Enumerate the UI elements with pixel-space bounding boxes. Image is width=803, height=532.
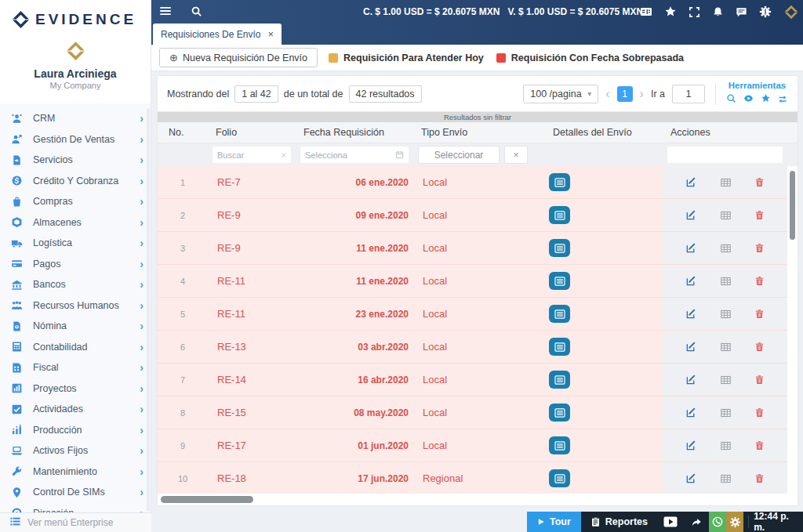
- tab-close-icon[interactable]: ×: [267, 28, 274, 40]
- shipment-details-button[interactable]: [549, 469, 570, 487]
- horizontal-scrollbar[interactable]: [158, 494, 787, 505]
- grid-detail-icon[interactable]: [720, 342, 732, 353]
- table-row[interactable]: 8 RE-15 08 may.2020 Local: [158, 396, 798, 429]
- grid-detail-icon[interactable]: [720, 243, 732, 254]
- table-row[interactable]: 3 RE-9 11 ene.2020 Local: [158, 232, 798, 265]
- sidebar-item-rrhh[interactable]: Recursos Humanos ›: [0, 295, 151, 317]
- favorites-star-icon[interactable]: [664, 5, 677, 21]
- sidebar-item-logistica[interactable]: Logística ›: [0, 233, 151, 254]
- grid-detail-icon[interactable]: [720, 309, 732, 320]
- edit-icon[interactable]: [685, 374, 697, 385]
- column-header[interactable]: Fecha Requisición: [296, 127, 413, 138]
- sidebar-item-almacenes[interactable]: Almacenes ›: [0, 212, 151, 233]
- edit-icon[interactable]: [685, 176, 697, 188]
- tipo-envio-select[interactable]: Seleccionar: [418, 146, 500, 164]
- reportes-button[interactable]: Reportes: [581, 516, 657, 527]
- settings-gear-button[interactable]: [726, 512, 743, 532]
- grid-detail-icon[interactable]: [720, 407, 732, 418]
- edit-icon[interactable]: [685, 341, 697, 353]
- video-play-icon[interactable]: [657, 516, 684, 527]
- new-requisition-button[interactable]: ⊕ Nueva Requisición De Envío: [159, 48, 318, 67]
- shipment-details-button[interactable]: [549, 338, 570, 356]
- column-header[interactable]: No.: [158, 127, 208, 138]
- sidebar-item-contabilidad[interactable]: Contabilidad ›: [0, 337, 151, 358]
- sidebar-item-sims[interactable]: Control De SIMs ›: [0, 482, 151, 503]
- folio-search-input[interactable]: ×: [213, 147, 291, 163]
- table-row[interactable]: 6 RE-13 03 abr.2020 Local: [158, 331, 798, 364]
- page-number-button[interactable]: 1: [617, 86, 633, 102]
- messages-chat-icon[interactable]: [736, 6, 747, 21]
- shipment-details-button[interactable]: [549, 436, 570, 454]
- delete-trash-icon[interactable]: [754, 242, 765, 254]
- edit-icon[interactable]: [685, 472, 697, 484]
- delete-trash-icon[interactable]: [754, 275, 765, 287]
- table-row[interactable]: 5 RE-11 23 ene.2020 Local: [158, 298, 798, 331]
- table-row[interactable]: 7 RE-14 16 abr.2020 Local: [158, 364, 798, 396]
- star-tool-icon[interactable]: [761, 92, 771, 107]
- column-header[interactable]: Acciones: [663, 127, 787, 138]
- edit-icon[interactable]: [685, 209, 697, 221]
- whatsapp-button[interactable]: [709, 512, 726, 532]
- per-page-select[interactable]: 100 /pagina ▾: [523, 85, 598, 103]
- sidebar-item-mantenimiento[interactable]: Mantenimiento ›: [0, 461, 151, 483]
- settings-badge-icon[interactable]: [759, 5, 772, 21]
- acciones-filter-input[interactable]: [667, 147, 783, 163]
- grid-detail-icon[interactable]: [720, 440, 732, 451]
- prev-page-icon[interactable]: ‹: [605, 87, 609, 101]
- delete-trash-icon[interactable]: [754, 440, 765, 451]
- evidence-gold-mark-icon[interactable]: [783, 4, 799, 23]
- horizontal-scrollbar-thumb[interactable]: [161, 496, 253, 503]
- shipment-details-button[interactable]: [549, 404, 570, 422]
- edit-icon[interactable]: [685, 275, 697, 287]
- table-row[interactable]: 2 RE-9 09 ene.2020 Local: [158, 199, 798, 232]
- table-row[interactable]: 1 RE-7 06 ene.2020 Local: [158, 166, 798, 199]
- sidebar-item-fiscal[interactable]: Fiscal ›: [0, 357, 151, 378]
- sidebar-item-produccion[interactable]: Producción ›: [0, 420, 151, 441]
- tab-requisiciones-de-envio[interactable]: Requisiciones De Envío ×: [153, 24, 282, 45]
- vertical-scrollbar[interactable]: [787, 166, 798, 505]
- delete-trash-icon[interactable]: [754, 341, 765, 353]
- sidebar-item-activos[interactable]: Activos Fijos ›: [0, 440, 151, 461]
- sidebar-item-crm[interactable]: CRM ›: [0, 108, 151, 129]
- tour-button[interactable]: Tour: [527, 512, 581, 532]
- delete-trash-icon[interactable]: [754, 308, 765, 320]
- hamburger-menu-icon[interactable]: [159, 5, 172, 17]
- shipment-details-button[interactable]: [549, 173, 570, 191]
- clear-tipo-icon[interactable]: ×: [504, 146, 528, 164]
- grid-detail-icon[interactable]: [720, 210, 732, 221]
- shipment-details-button[interactable]: [549, 305, 570, 323]
- delete-trash-icon[interactable]: [754, 472, 765, 484]
- edit-icon[interactable]: [685, 440, 697, 451]
- transfer-arrows-icon[interactable]: [777, 92, 788, 107]
- grid-detail-icon[interactable]: [720, 375, 732, 385]
- sidebar-item-ventas[interactable]: Gestión De Ventas ›: [0, 129, 151, 150]
- column-header[interactable]: Detalles del Envío: [545, 127, 663, 138]
- zoom-search-icon[interactable]: [726, 92, 736, 107]
- visibility-eye-icon[interactable]: [743, 92, 754, 107]
- next-page-icon[interactable]: ›: [640, 87, 644, 101]
- sidebar-scrollbar[interactable]: [147, 108, 150, 512]
- edit-icon[interactable]: [685, 242, 697, 254]
- edit-icon[interactable]: [685, 308, 697, 320]
- sidebar-item-pagos[interactable]: Pagos ›: [0, 254, 151, 275]
- sidebar-item-credito[interactable]: Crédito Y Cobranza ›: [0, 171, 151, 192]
- delete-trash-icon[interactable]: [754, 176, 765, 188]
- delete-trash-icon[interactable]: [754, 209, 765, 221]
- clear-folio-icon[interactable]: ×: [282, 150, 286, 160]
- sidebar-item-servicios[interactable]: Servicios ›: [0, 150, 151, 171]
- fullscreen-icon[interactable]: [689, 6, 700, 21]
- shipment-details-button[interactable]: [549, 371, 570, 389]
- edit-icon[interactable]: [685, 407, 697, 418]
- shipment-details-button[interactable]: [549, 239, 570, 257]
- contact-card-icon[interactable]: [640, 5, 652, 21]
- sidebar-item-direccion[interactable]: Dirección ›: [0, 503, 151, 514]
- share-arrow-icon[interactable]: [684, 517, 709, 527]
- sidebar-footer[interactable]: Ver menú Enterprise: [0, 512, 151, 532]
- sidebar-item-compras[interactable]: Compras ›: [0, 191, 151, 212]
- sidebar-item-nomina[interactable]: Nómina ›: [0, 316, 151, 337]
- sidebar-item-proyectos[interactable]: Proyectos ›: [0, 378, 151, 400]
- delete-trash-icon[interactable]: [754, 374, 765, 385]
- goto-page-input[interactable]: [672, 85, 705, 103]
- sidebar-item-bancos[interactable]: Bancos ›: [0, 274, 151, 295]
- search-icon[interactable]: [191, 5, 202, 17]
